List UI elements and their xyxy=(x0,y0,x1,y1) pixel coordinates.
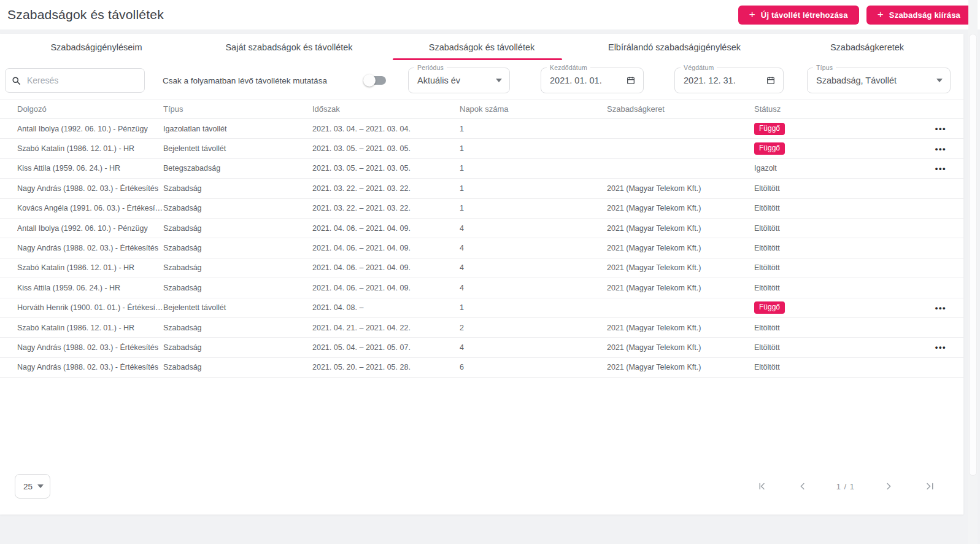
cell-allowance: 2021 (Magyar Telekom Kft.) xyxy=(607,204,754,212)
end-date-field[interactable]: Végdátum 2021. 12. 31. xyxy=(674,68,784,93)
cell-allowance: 2021 (Magyar Telekom Kft.) xyxy=(607,244,754,252)
table-row[interactable]: Antall Ibolya (1992. 06. 10.) - Pénzügy … xyxy=(0,119,963,139)
status-text: Eltöltött xyxy=(754,324,780,332)
cell-employee: Nagy András (1988. 02. 03.) - Értékesíté… xyxy=(17,184,163,193)
cell-days: 1 xyxy=(460,164,607,173)
table-header-row: Dolgozó Típus Időszak Napok száma Szabad… xyxy=(0,99,963,119)
table-row[interactable]: Szabó Katalin (1986. 12. 01.) - HR Szaba… xyxy=(0,318,963,338)
new-absence-button[interactable]: + Új távollét létrehozása xyxy=(738,6,859,25)
calendar-icon[interactable] xyxy=(766,76,776,85)
row-more-options-button[interactable]: ••• xyxy=(934,143,947,155)
type-select[interactable]: Típus Szabadság, Távollét xyxy=(807,68,951,93)
row-more-options-button[interactable]: ••• xyxy=(934,163,947,174)
calendar-icon[interactable] xyxy=(626,76,636,85)
cell-type: Szabadság xyxy=(163,363,312,371)
row-more-options-button[interactable]: ••• xyxy=(934,341,947,353)
cell-status: Függő xyxy=(754,123,901,135)
tab-vacation-allowances[interactable]: Szabadságkeretek xyxy=(771,34,963,61)
table-row[interactable]: Horváth Henrik (1900. 01. 01.) - Értékes… xyxy=(0,298,963,318)
table-row[interactable]: Nagy András (1988. 02. 03.) - Értékesíté… xyxy=(0,338,963,357)
cell-status: Eltöltött xyxy=(754,224,901,233)
type-select-label: Típus xyxy=(813,64,836,71)
cell-employee: Nagy András (1988. 02. 03.) - Értékesíté… xyxy=(17,363,163,371)
start-date-field[interactable]: Kezdődátum 2021. 01. 01. xyxy=(541,68,644,93)
search-icon xyxy=(12,76,21,85)
table-row[interactable]: Nagy András (1988. 02. 03.) - Értékesíté… xyxy=(0,358,963,378)
table-row[interactable]: Nagy András (1988. 02. 03.) - Értékesíté… xyxy=(0,238,963,258)
toggle-knob xyxy=(363,74,376,87)
cell-employee: Nagy András (1988. 02. 03.) - Értékesíté… xyxy=(17,343,163,352)
scrollbar-thumb[interactable] xyxy=(969,34,977,476)
cell-days: 4 xyxy=(460,263,607,272)
row-more-options-button[interactable]: ••• xyxy=(934,123,947,134)
cell-type: Szabadság xyxy=(163,343,312,352)
end-date-value: 2021. 12. 31. xyxy=(684,76,766,85)
tab-my-vacation-requests[interactable]: Szabadságigényléseim xyxy=(0,34,193,61)
row-more-options-button[interactable]: ••• xyxy=(934,302,947,314)
cell-type: Szabadság xyxy=(163,284,312,292)
previous-page-button[interactable] xyxy=(796,480,809,493)
start-date-value: 2021. 01. 01. xyxy=(550,76,626,85)
table-row[interactable]: Szabó Katalin (1986. 12. 01.) - HR Szaba… xyxy=(0,258,963,278)
plus-icon: + xyxy=(749,9,755,20)
cell-status: Eltöltött xyxy=(754,284,901,292)
cell-period: 2021. 05. 20. – 2021. 05. 28. xyxy=(312,363,460,371)
status-text: Eltöltött xyxy=(754,204,780,212)
page-indicator: 1 / 1 xyxy=(836,482,855,491)
first-page-button[interactable] xyxy=(755,480,769,493)
cell-period: 2021. 04. 06. – 2021. 04. 09. xyxy=(312,263,460,272)
cell-period: 2021. 03. 05. – 2021. 03. 05. xyxy=(312,164,460,173)
in-progress-toggle-label: Csak a folyamatban lévő távollétek mutat… xyxy=(163,76,330,85)
tab-vacations-absences[interactable]: Szabadságok és távollétek xyxy=(385,34,578,61)
cell-period: 2021. 04. 21. – 2021. 04. 22. xyxy=(312,324,460,332)
page-title: Szabadságok és távollétek xyxy=(7,7,164,22)
table-body: Antall Ibolya (1992. 06. 10.) - Pénzügy … xyxy=(0,119,963,378)
in-progress-toggle[interactable] xyxy=(365,76,386,85)
col-header-employee: Dolgozó xyxy=(17,104,163,114)
col-header-allowance: Szabadságkeret xyxy=(607,104,754,114)
cell-period: 2021. 03. 05. – 2021. 03. 05. xyxy=(312,144,460,153)
status-text: Eltöltött xyxy=(754,263,780,272)
page-size-select[interactable]: 25 xyxy=(15,474,50,499)
cell-allowance: 2021 (Magyar Telekom Kft.) xyxy=(607,363,754,371)
cell-days: 1 xyxy=(460,125,607,133)
cell-period: 2021. 03. 22. – 2021. 03. 22. xyxy=(312,204,460,212)
table-row[interactable]: Kovács Angéla (1991. 06. 03.) - Értékesí… xyxy=(0,199,963,219)
last-page-button[interactable] xyxy=(922,480,935,493)
status-text: Eltöltött xyxy=(754,244,780,252)
table-footer: 25 1 / 1 xyxy=(0,464,963,515)
status-text: Eltöltött xyxy=(754,363,780,371)
cell-status: Igazolt xyxy=(754,164,901,173)
cell-allowance: 2021 (Magyar Telekom Kft.) xyxy=(607,324,754,332)
cell-days: 2 xyxy=(460,324,607,332)
post-vacation-button[interactable]: + Szabadság kiírása xyxy=(866,6,971,25)
cell-type: Szabadság xyxy=(163,184,312,193)
cell-status: Eltöltött xyxy=(754,363,901,371)
table-row[interactable]: Kiss Attila (1959. 06. 24.) - HR Betegsz… xyxy=(0,159,963,179)
caret-down-icon xyxy=(496,79,502,82)
cell-employee: Szabó Katalin (1986. 12. 01.) - HR xyxy=(17,263,163,272)
table-row[interactable]: Antall Ibolya (1992. 06. 10.) - Pénzügy … xyxy=(0,219,963,238)
cell-type: Szabadság xyxy=(163,204,312,212)
end-date-label: Végdátum xyxy=(681,64,717,71)
caret-down-icon xyxy=(37,484,44,488)
table-row[interactable]: Szabó Katalin (1986. 12. 01.) - HR Bejel… xyxy=(0,139,963,158)
search-input[interactable] xyxy=(26,75,139,86)
cell-days: 1 xyxy=(460,204,607,212)
cell-employee: Horváth Henrik (1900. 01. 01.) - Értékes… xyxy=(17,303,163,312)
status-text: Igazolt xyxy=(754,164,777,173)
cell-period: 2021. 03. 04. – 2021. 03. 04. xyxy=(312,125,460,133)
cell-employee: Szabó Katalin (1986. 12. 01.) - HR xyxy=(17,324,163,332)
cell-days: 4 xyxy=(460,224,607,233)
cell-period: 2021. 04. 06. – 2021. 04. 09. xyxy=(312,224,460,233)
cell-status: Függő xyxy=(754,142,901,155)
vertical-scrollbar[interactable] xyxy=(968,0,978,544)
period-select[interactable]: Periódus Aktuális év xyxy=(408,68,510,93)
table-row[interactable]: Kiss Attila (1959. 06. 24.) - HR Szabads… xyxy=(0,278,963,298)
tab-own-vacations-absences[interactable]: Saját szabadságok és távollétek xyxy=(193,34,385,61)
tab-requests-to-review[interactable]: Elbírálandó szabadságigénylések xyxy=(578,34,771,61)
next-page-button[interactable] xyxy=(882,480,895,493)
table-row[interactable]: Nagy András (1988. 02. 03.) - Értékesíté… xyxy=(0,179,963,198)
status-badge: Függő xyxy=(754,123,785,135)
cell-type: Szabadság xyxy=(163,244,312,252)
